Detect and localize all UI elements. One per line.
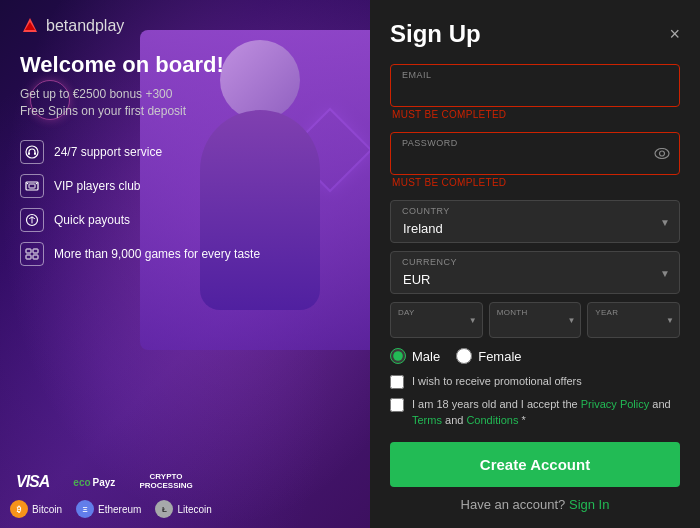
svg-rect-4 (34, 152, 36, 155)
promo-checkbox-row: I wish to receive promotional offers (390, 374, 680, 389)
email-group: EMAIL MUST BE COMPLETED (390, 64, 680, 128)
svg-rect-3 (28, 152, 30, 155)
vip-icon (20, 174, 44, 198)
year-select-wrapper: YEAR ▼ (587, 302, 680, 338)
svg-point-2 (26, 146, 38, 158)
terms-checkbox[interactable] (390, 398, 404, 412)
svg-point-8 (36, 183, 38, 185)
payment-row-top: VISA ecoPayz CRYPTOPROCESSING (10, 470, 360, 494)
country-select-wrapper: COUNTRY Ireland ▼ (390, 200, 680, 243)
currency-select[interactable]: EUR (390, 251, 680, 294)
terms-before-text: I am 18 years old and I accept the (412, 398, 581, 410)
month-select-wrapper: MONTH ▼ (489, 302, 582, 338)
ethereum-icon: Ξ (76, 500, 94, 518)
logo: betandplay (20, 16, 350, 36)
svg-point-15 (660, 151, 665, 156)
litecoin-label: Litecoin (177, 504, 211, 515)
bitcoin-icon: ₿ (10, 500, 28, 518)
welcome-title: Welcome on board! (20, 52, 350, 78)
male-label: Male (412, 349, 440, 364)
signup-title: Sign Up (390, 20, 481, 48)
support-icon (20, 140, 44, 164)
svg-rect-10 (26, 249, 31, 253)
logo-icon (20, 16, 40, 36)
sign-in-link[interactable]: Sign In (569, 497, 609, 512)
svg-rect-12 (26, 255, 31, 259)
svg-rect-6 (29, 184, 35, 188)
password-error: MUST BE COMPLETED (392, 177, 680, 188)
logo-text: betandplay (46, 17, 124, 35)
currency-select-wrapper: CURRENCY EUR ▼ (390, 251, 680, 294)
day-select-wrapper: DAY ▼ (390, 302, 483, 338)
close-button[interactable]: × (669, 25, 680, 43)
ecopayz-logo: ecoPayz (67, 474, 121, 491)
year-select[interactable] (587, 302, 680, 338)
crypto-processing-logo: CRYPTOPROCESSING (133, 470, 198, 494)
terms-checkbox-label: I am 18 years old and I accept the Priva… (412, 397, 680, 428)
crypto-row: ₿ Bitcoin Ξ Ethereum Ł Litecoin (10, 500, 360, 518)
svg-point-14 (655, 148, 669, 158)
payouts-icon (20, 208, 44, 232)
left-panel: betandplay Welcome on board! Get up to €… (0, 0, 370, 528)
ethereum-item: Ξ Ethereum (76, 500, 141, 518)
bitcoin-label: Bitcoin (32, 504, 62, 515)
password-input[interactable] (390, 132, 680, 175)
feature-games: More than 9,000 games for every taste (20, 242, 350, 266)
signup-panel: Sign Up × EMAIL MUST BE COMPLETED PASSWO… (370, 0, 700, 528)
female-label: Female (478, 349, 521, 364)
privacy-policy-link[interactable]: Privacy Policy (581, 398, 649, 410)
feature-games-label: More than 9,000 games for every taste (54, 247, 260, 261)
terms-checkbox-row: I am 18 years old and I accept the Priva… (390, 397, 680, 428)
feature-support: 24/7 support service (20, 140, 350, 164)
female-radio[interactable] (456, 348, 472, 364)
features-list: 24/7 support service VIP players club (20, 140, 350, 266)
bitcoin-item: ₿ Bitcoin (10, 500, 62, 518)
conditions-link[interactable]: Conditions (466, 414, 518, 426)
promo-checkbox[interactable] (390, 375, 404, 389)
svg-point-7 (27, 183, 29, 185)
male-radio[interactable] (390, 348, 406, 364)
feature-vip: VIP players club (20, 174, 350, 198)
ethereum-label: Ethereum (98, 504, 141, 515)
create-account-button[interactable]: Create Account (390, 442, 680, 487)
password-input-wrapper: PASSWORD (390, 132, 680, 175)
feature-payouts: Quick payouts (20, 208, 350, 232)
email-input-wrapper: EMAIL (390, 64, 680, 107)
feature-vip-label: VIP players club (54, 179, 141, 193)
email-input[interactable] (390, 64, 680, 107)
dob-row: DAY ▼ MONTH ▼ YEAR ▼ (390, 302, 680, 338)
gender-row: Male Female (390, 348, 680, 364)
welcome-subtitle: Get up to €2500 bonus +300 Free Spins on… (20, 86, 200, 120)
visa-logo: VISA (10, 470, 55, 494)
have-account-text: Have an account? (461, 497, 566, 512)
payment-section: VISA ecoPayz CRYPTOPROCESSING ₿ Bitcoin … (10, 470, 360, 518)
games-icon (20, 242, 44, 266)
signin-row: Have an account? Sign In (390, 497, 680, 512)
show-password-icon[interactable] (654, 146, 670, 162)
signup-header: Sign Up × (390, 20, 680, 48)
left-content: betandplay Welcome on board! Get up to €… (0, 0, 370, 302)
svg-rect-13 (33, 255, 38, 259)
feature-payouts-label: Quick payouts (54, 213, 130, 227)
feature-support-label: 24/7 support service (54, 145, 162, 159)
litecoin-icon: Ł (155, 500, 173, 518)
female-option[interactable]: Female (456, 348, 521, 364)
month-select[interactable] (489, 302, 582, 338)
male-option[interactable]: Male (390, 348, 440, 364)
litecoin-item: Ł Litecoin (155, 500, 211, 518)
password-group: PASSWORD MUST BE COMPLETED (390, 132, 680, 196)
terms-link[interactable]: Terms (412, 414, 442, 426)
promo-checkbox-label: I wish to receive promotional offers (412, 374, 582, 389)
day-select[interactable] (390, 302, 483, 338)
country-select[interactable]: Ireland (390, 200, 680, 243)
svg-rect-11 (33, 249, 38, 253)
email-error: MUST BE COMPLETED (392, 109, 680, 120)
